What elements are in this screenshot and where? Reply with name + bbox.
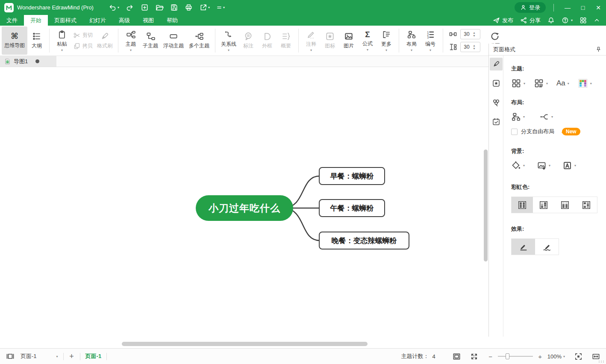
fullscreen-icon[interactable]	[470, 352, 478, 361]
connector-style-dropdown[interactable]: ▾	[539, 112, 553, 122]
vertical-spacing-input[interactable]	[461, 44, 473, 50]
save-button[interactable]	[170, 3, 178, 12]
center-map-icon[interactable]	[574, 352, 582, 361]
collapse-ribbon-button[interactable]	[594, 17, 600, 23]
watermark-dropdown[interactable]: ▾	[562, 161, 576, 170]
outline-view-button[interactable]: 大纲	[27, 26, 46, 55]
zoom-slider[interactable]	[498, 356, 533, 357]
maximize-button[interactable]: □	[575, 0, 591, 15]
export-button[interactable]: ▾	[199, 3, 210, 12]
mindmap-icon: ⌘	[11, 32, 18, 41]
quick-access-customize-button[interactable]: ▾	[216, 5, 225, 11]
boundary-button[interactable]: 外框	[258, 26, 277, 55]
task-tab-button[interactable]	[490, 115, 503, 128]
background-fill-dropdown[interactable]: ▾	[511, 161, 525, 170]
rainbow-option-3[interactable]	[554, 197, 576, 213]
floating-topic-button[interactable]: 浮动主题	[161, 26, 186, 55]
branch-node-dinner[interactable]: 晚餐：变态辣螺蛳粉	[319, 232, 409, 250]
clipart-tab-button[interactable]	[490, 96, 503, 109]
copy-button[interactable]: 拷贝	[73, 42, 93, 50]
divider	[553, 4, 554, 12]
minimize-button[interactable]: —	[560, 0, 575, 15]
numbering-button[interactable]: 123 编号 ▾	[421, 26, 440, 55]
icon-button[interactable]: 图标	[321, 26, 339, 55]
picture-button[interactable]: 图片	[339, 26, 358, 55]
rainbow-option-none[interactable]	[512, 197, 533, 213]
help-button[interactable]: ▾	[562, 17, 573, 24]
horizontal-scrollbar[interactable]	[122, 342, 368, 346]
menu-tab-view[interactable]: 视图	[136, 15, 160, 26]
zoom-out-button[interactable]: −	[488, 353, 494, 360]
format-painter-button[interactable]: 格式刷	[94, 26, 115, 55]
login-button[interactable]: 登录	[515, 2, 546, 13]
page-tab[interactable]: 页面-1	[85, 352, 102, 360]
cut-button[interactable]: 剪切	[73, 32, 93, 39]
branch-node-lunch[interactable]: 午餐：螺蛳粉	[319, 199, 385, 217]
theme-style-dropdown[interactable]: ▾	[511, 78, 525, 88]
background-image-dropdown[interactable]: ▾	[537, 161, 550, 170]
relationship-line-button[interactable]: 关系线 ▾	[218, 26, 239, 55]
document-tab[interactable]: 导图1	[0, 56, 56, 67]
undo-button[interactable]: ▾	[108, 3, 119, 12]
mindmap-view-button[interactable]: ⌘ 思维导图	[2, 26, 27, 55]
spinner-up-icon[interactable]: ▲	[473, 44, 476, 47]
pages-overview-icon[interactable]	[6, 352, 15, 361]
multiple-topics-button[interactable]: 多个主题	[186, 26, 212, 55]
menu-tab-help[interactable]: 帮助	[160, 15, 184, 26]
notifications-button[interactable]	[547, 17, 555, 24]
share-button[interactable]: 分享	[520, 17, 541, 24]
fit-width-icon[interactable]	[592, 352, 600, 361]
zoom-slider-thumb[interactable]	[506, 353, 509, 359]
vertical-scrollbar[interactable]	[484, 150, 488, 261]
print-button[interactable]	[185, 3, 193, 12]
formula-button[interactable]: Σ 公式 ▾	[358, 26, 377, 55]
summary-button[interactable]: 概要	[277, 26, 295, 55]
menu-tab-advanced[interactable]: 高级	[112, 15, 136, 26]
spinner-down-icon[interactable]: ▼	[473, 35, 476, 37]
format-tab-button[interactable]	[490, 58, 503, 70]
open-file-button[interactable]	[155, 3, 164, 12]
branch-node-breakfast[interactable]: 早餐：螺蛳粉	[319, 167, 385, 185]
mindmap-canvas[interactable]: 小刀过年吃什么 早餐：螺蛳粉 午餐：螺蛳粉 晚餐：变态辣螺蛳粉	[0, 67, 488, 348]
free-layout-checkbox[interactable]	[511, 129, 518, 135]
icon-tab-button[interactable]	[490, 77, 503, 90]
theme-layout-dropdown[interactable]: ▾	[534, 78, 548, 88]
effect-normal-button[interactable]	[512, 239, 535, 255]
spinner-up-icon[interactable]: ▲	[473, 32, 476, 34]
theme-font-dropdown[interactable]: Aa ▾	[556, 79, 569, 88]
paste-button[interactable]: 粘贴 ▾	[53, 26, 71, 55]
subtopic-button[interactable]: 子主题	[140, 26, 161, 55]
zoom-level-dropdown[interactable]: 100% ▾	[547, 353, 565, 360]
note-button[interactable]: 注释 ▾	[302, 26, 321, 55]
spinner-down-icon[interactable]: ▼	[473, 47, 476, 50]
add-page-button[interactable]: +	[69, 352, 75, 361]
layout-button[interactable]: 布局 ▾	[402, 26, 421, 55]
menu-tab-home[interactable]: 开始	[24, 15, 48, 26]
horizontal-spacing-input[interactable]	[461, 31, 473, 37]
publish-button[interactable]: 发布	[493, 17, 513, 24]
close-button[interactable]: ✕	[591, 0, 606, 15]
layout-type-dropdown[interactable]: ▾	[511, 112, 525, 122]
rainbow-option-2[interactable]	[533, 197, 554, 213]
chevron-down-icon: ▾	[549, 164, 550, 167]
page-select-dropdown[interactable]: 页面-1 ▾	[21, 352, 58, 360]
zoom-in-button[interactable]: +	[537, 353, 543, 360]
redo-button[interactable]	[126, 3, 134, 12]
pin-icon[interactable]	[595, 46, 602, 53]
central-topic-node[interactable]: 小刀过年吃什么	[196, 195, 293, 221]
menu-tab-slideshow[interactable]: 幻灯片	[83, 15, 112, 26]
vertical-spacing-stepper[interactable]: ▲▼	[460, 42, 480, 52]
more-button[interactable]: 更多 ▾	[377, 26, 396, 55]
callout-button[interactable]: 标注	[239, 26, 258, 55]
menu-tab-file[interactable]: 文件	[0, 15, 24, 26]
menu-tab-page-style[interactable]: 页面样式	[48, 15, 83, 26]
effect-sketch-button[interactable]	[535, 239, 559, 255]
rainbow-option-4[interactable]	[576, 197, 597, 213]
apps-grid-button[interactable]	[580, 17, 587, 24]
fit-window-icon[interactable]	[453, 352, 461, 361]
window-resize-grip[interactable]	[599, 361, 605, 363]
topic-button[interactable]: 主题 ▾	[121, 26, 140, 55]
horizontal-spacing-stepper[interactable]: ▲▼	[460, 29, 480, 39]
new-file-button[interactable]	[141, 3, 149, 12]
theme-color-dropdown[interactable]: ▾	[578, 78, 592, 88]
